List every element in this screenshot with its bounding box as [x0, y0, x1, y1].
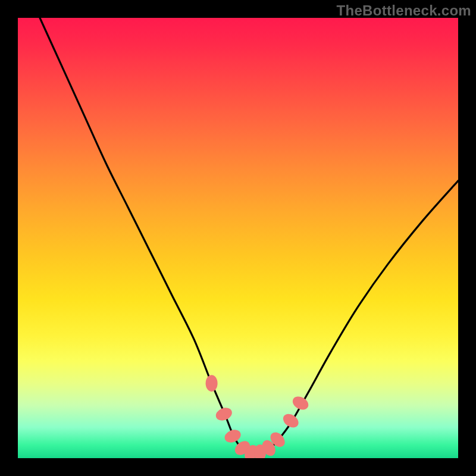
bottleneck-curve [40, 18, 458, 455]
chart-frame: TheBottleneck.com [0, 0, 476, 476]
curve-marker [223, 428, 242, 445]
watermark-text: TheBottleneck.com [337, 2, 471, 19]
curve-markers [206, 375, 311, 458]
curve-marker [281, 411, 301, 430]
curve-marker [290, 394, 311, 412]
curve-marker [206, 375, 218, 392]
curve-marker [214, 406, 234, 423]
chart-overlay [18, 18, 458, 458]
plot-area [18, 18, 458, 458]
